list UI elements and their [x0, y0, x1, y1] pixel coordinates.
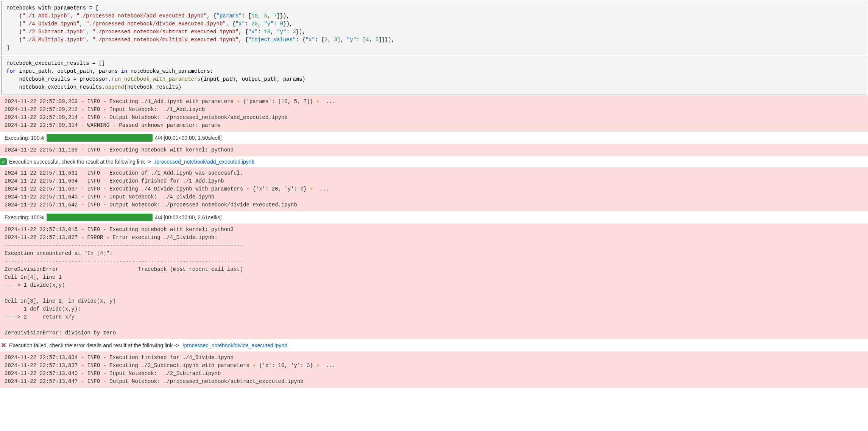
log-line: 2024-11-22 22:57:11,637 - INFO - Executi… [5, 186, 246, 192]
status-text: Execution failed, check the error detail… [9, 342, 179, 348]
status-fail-row: ✕ Execution failed, check the error deta… [0, 339, 868, 351]
traceback-line: Cell In[3], line 2, in divide(x, y) [5, 298, 116, 304]
progress-label: Executing: 100% [5, 214, 44, 220]
lightning-icon: ⚡ [316, 98, 319, 105]
traceback-error: ZeroDivisionError: division by zero [5, 330, 116, 336]
traceback-line: 1 def divide(x,y): [5, 306, 81, 312]
progress-bar [47, 214, 153, 221]
log-line: 2024-11-22 22:57:13,847 - INFO - Output … [5, 378, 304, 384]
log-output-5: 2024-11-22 22:57:13,834 - INFO - Executi… [0, 351, 868, 388]
cross-icon: ✕ [0, 341, 7, 350]
log-line: ... [319, 98, 335, 105]
progress-stats: 4/4 [00:01<00:00, 1.50s/cell] [155, 135, 221, 141]
log-output-error: 2024-11-22 22:57:13,015 - INFO - Executi… [0, 223, 868, 339]
log-line: 2024-11-22 22:57:13,827 - ERROR - Error … [5, 234, 218, 240]
log-line: 2024-11-22 22:57:13,834 - INFO - Executi… [5, 354, 234, 361]
log-output-1: 2024-11-22 22:57:09,209 - INFO - Executi… [0, 95, 868, 132]
lightning-icon: ⚡ [252, 362, 256, 369]
progress-row-1: Executing: 100% 4/4 [00:01<00:00, 1.50s/… [0, 132, 868, 144]
log-line: 2024-11-22 22:57:11,642 - INFO - Output … [5, 202, 297, 208]
log-line: ... [319, 362, 335, 369]
result-link[interactable]: ./processed_notebook/divide_executed.ipy… [181, 342, 287, 348]
log-output-3: 2024-11-22 22:57:11,631 - INFO - Executi… [0, 167, 868, 211]
log-line: 2024-11-22 22:57:09,314 - WARNING - Pass… [5, 122, 221, 128]
check-icon: ✓ [0, 158, 7, 165]
log-params: {'params': [10, 5, 7]} [240, 98, 316, 105]
log-line: 2024-11-22 22:57:11,631 - INFO - Executi… [5, 170, 243, 176]
lightning-icon: ⚡ [310, 186, 313, 192]
lightning-icon: ⚡ [316, 362, 319, 369]
result-link[interactable]: ./processed_notebook/add_executed.ipynb [153, 159, 254, 165]
log-line: 2024-11-22 22:57:09,209 - INFO - Executi… [5, 98, 237, 105]
traceback-line: ZeroDivisionError Traceback (most recent… [5, 266, 243, 272]
log-dash: ----------------------------------------… [5, 258, 243, 264]
log-line: 2024-11-22 22:57:11,640 - INFO - Input N… [5, 194, 215, 200]
log-line: 2024-11-22 22:57:11,634 - INFO - Executi… [5, 178, 224, 184]
log-params: {'x': 20, 'y': 0} [249, 186, 310, 192]
log-dash: ----------------------------------------… [5, 242, 243, 248]
progress-label: Executing: 100% [5, 135, 44, 141]
log-line: 2024-11-22 22:57:13,840 - INFO - Input N… [5, 370, 221, 376]
traceback-line: Cell In[4], line 1 [5, 274, 62, 280]
log-params: {'x': 10, 'y': 3} [256, 362, 316, 369]
status-text: Execution successful, check the result a… [9, 159, 151, 165]
log-line: 2024-11-22 22:57:09,212 - INFO - Input N… [5, 106, 205, 112]
lightning-icon: ⚡ [246, 186, 249, 192]
status-success-row: ✓ Execution successful, check the result… [0, 156, 868, 167]
code-cell-2[interactable]: notebook_execution_results = [] for inpu… [1, 56, 867, 95]
log-line: 2024-11-22 22:57:13,837 - INFO - Executi… [5, 362, 252, 369]
log-line: 2024-11-22 22:57:11,199 - INFO - Executi… [5, 147, 234, 153]
traceback-line: ----> 2 return x/y [5, 314, 75, 320]
log-line: 2024-11-22 22:57:09,214 - INFO - Output … [5, 114, 288, 120]
progress-row-2: Executing: 100% 4/4 [00:02<00:00, 2.61ce… [0, 211, 868, 223]
log-line: 2024-11-22 22:57:13,015 - INFO - Executi… [5, 226, 234, 233]
progress-bar [47, 134, 153, 142]
log-output-2: 2024-11-22 22:57:11,199 - INFO - Executi… [0, 144, 868, 156]
code-cell-1[interactable]: notebooks_with_parameters = [ ("./1_Add.… [1, 1, 867, 55]
progress-stats: 4/4 [00:02<00:00, 2.61cell/s] [155, 214, 221, 220]
traceback-line: ----> 1 divide(x,y) [5, 282, 65, 288]
lightning-icon: ⚡ [237, 98, 240, 105]
log-exception-at: Exception encountered at "In [4]": [5, 250, 113, 256]
log-line: ... [313, 186, 329, 192]
